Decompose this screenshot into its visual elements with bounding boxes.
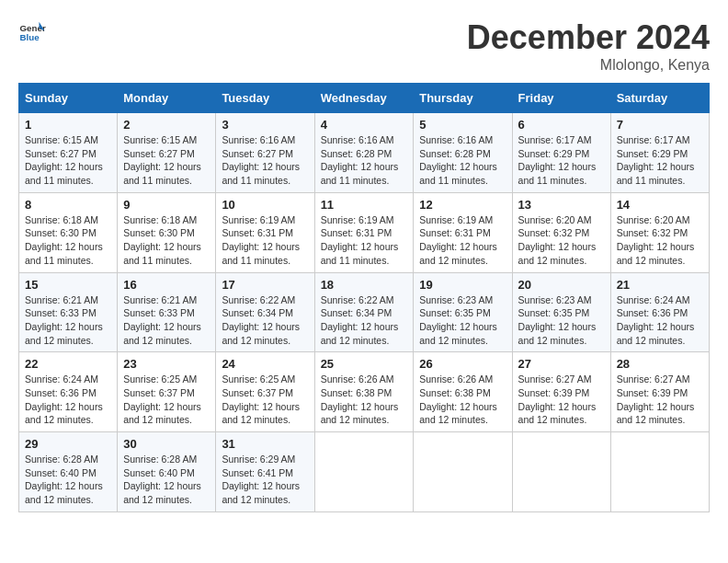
day-number: 31 bbox=[222, 437, 308, 451]
calendar-cell: 11 Sunrise: 6:19 AM Sunset: 6:31 PM Dayl… bbox=[314, 192, 414, 272]
day-info: Sunrise: 6:15 AM Sunset: 6:27 PM Dayligh… bbox=[25, 133, 111, 188]
day-info: Sunrise: 6:16 AM Sunset: 6:28 PM Dayligh… bbox=[321, 133, 408, 188]
day-info: Sunrise: 6:19 AM Sunset: 6:31 PM Dayligh… bbox=[419, 213, 506, 268]
day-info: Sunrise: 6:24 AM Sunset: 6:36 PM Dayligh… bbox=[25, 373, 111, 427]
calendar-cell: 6 Sunrise: 6:17 AM Sunset: 6:29 PM Dayli… bbox=[512, 113, 610, 193]
calendar-cell: 26 Sunrise: 6:26 AM Sunset: 6:38 PM Dayl… bbox=[414, 352, 512, 432]
day-info: Sunrise: 6:16 AM Sunset: 6:27 PM Dayligh… bbox=[222, 133, 308, 188]
page-header: General Blue December 2024 Mlolongo, Ken… bbox=[18, 18, 710, 74]
calendar-cell: 17 Sunrise: 6:22 AM Sunset: 6:34 PM Dayl… bbox=[216, 272, 314, 352]
day-info: Sunrise: 6:28 AM Sunset: 6:40 PM Dayligh… bbox=[123, 453, 210, 507]
svg-text:Blue: Blue bbox=[20, 32, 40, 42]
day-number: 18 bbox=[321, 278, 408, 292]
day-number: 4 bbox=[321, 118, 408, 132]
calendar-cell: 12 Sunrise: 6:19 AM Sunset: 6:31 PM Dayl… bbox=[414, 192, 512, 272]
day-number: 27 bbox=[518, 357, 605, 371]
col-friday: Friday bbox=[512, 84, 610, 113]
day-info: Sunrise: 6:23 AM Sunset: 6:35 PM Dayligh… bbox=[518, 293, 605, 348]
day-number: 11 bbox=[321, 198, 408, 212]
calendar-cell: 15 Sunrise: 6:21 AM Sunset: 6:33 PM Dayl… bbox=[19, 272, 118, 352]
day-info: Sunrise: 6:24 AM Sunset: 6:36 PM Dayligh… bbox=[617, 293, 703, 348]
day-info: Sunrise: 6:17 AM Sunset: 6:29 PM Dayligh… bbox=[518, 133, 605, 188]
calendar-cell bbox=[512, 432, 610, 512]
calendar-cell: 22 Sunrise: 6:24 AM Sunset: 6:36 PM Dayl… bbox=[19, 352, 118, 432]
day-number: 13 bbox=[518, 198, 605, 212]
day-info: Sunrise: 6:20 AM Sunset: 6:32 PM Dayligh… bbox=[518, 213, 605, 268]
day-info: Sunrise: 6:26 AM Sunset: 6:38 PM Dayligh… bbox=[419, 373, 506, 427]
day-info: Sunrise: 6:16 AM Sunset: 6:28 PM Dayligh… bbox=[419, 133, 506, 188]
calendar-cell: 23 Sunrise: 6:25 AM Sunset: 6:37 PM Dayl… bbox=[118, 352, 216, 432]
calendar-cell: 30 Sunrise: 6:28 AM Sunset: 6:40 PM Dayl… bbox=[118, 432, 216, 512]
logo-icon: General Blue bbox=[18, 18, 46, 46]
day-number: 16 bbox=[123, 278, 210, 292]
calendar-cell: 10 Sunrise: 6:19 AM Sunset: 6:31 PM Dayl… bbox=[216, 192, 314, 272]
day-number: 25 bbox=[321, 357, 408, 371]
calendar-cell: 18 Sunrise: 6:22 AM Sunset: 6:34 PM Dayl… bbox=[314, 272, 414, 352]
calendar-cell: 7 Sunrise: 6:17 AM Sunset: 6:29 PM Dayli… bbox=[610, 113, 709, 193]
day-number: 22 bbox=[25, 357, 111, 371]
col-tuesday: Tuesday bbox=[216, 84, 314, 113]
calendar-cell bbox=[314, 432, 414, 512]
day-number: 7 bbox=[617, 118, 703, 132]
day-info: Sunrise: 6:26 AM Sunset: 6:38 PM Dayligh… bbox=[321, 373, 408, 427]
day-number: 26 bbox=[419, 357, 506, 371]
day-info: Sunrise: 6:25 AM Sunset: 6:37 PM Dayligh… bbox=[222, 373, 308, 427]
day-number: 10 bbox=[222, 198, 308, 212]
col-sunday: Sunday bbox=[19, 84, 118, 113]
day-number: 29 bbox=[25, 437, 111, 451]
calendar-cell: 27 Sunrise: 6:27 AM Sunset: 6:39 PM Dayl… bbox=[512, 352, 610, 432]
day-number: 28 bbox=[617, 357, 703, 371]
calendar-week-row: 1 Sunrise: 6:15 AM Sunset: 6:27 PM Dayli… bbox=[19, 113, 710, 193]
calendar-cell: 5 Sunrise: 6:16 AM Sunset: 6:28 PM Dayli… bbox=[414, 113, 512, 193]
calendar-table: Sunday Monday Tuesday Wednesday Thursday… bbox=[18, 83, 710, 512]
day-number: 19 bbox=[419, 278, 506, 292]
day-info: Sunrise: 6:20 AM Sunset: 6:32 PM Dayligh… bbox=[617, 213, 703, 268]
day-info: Sunrise: 6:27 AM Sunset: 6:39 PM Dayligh… bbox=[518, 373, 605, 427]
calendar-cell: 19 Sunrise: 6:23 AM Sunset: 6:35 PM Dayl… bbox=[414, 272, 512, 352]
calendar-cell: 8 Sunrise: 6:18 AM Sunset: 6:30 PM Dayli… bbox=[19, 192, 118, 272]
calendar-cell: 25 Sunrise: 6:26 AM Sunset: 6:38 PM Dayl… bbox=[314, 352, 414, 432]
day-number: 30 bbox=[123, 437, 210, 451]
day-number: 9 bbox=[123, 198, 210, 212]
day-info: Sunrise: 6:15 AM Sunset: 6:27 PM Dayligh… bbox=[123, 133, 210, 188]
calendar-cell: 1 Sunrise: 6:15 AM Sunset: 6:27 PM Dayli… bbox=[19, 113, 118, 193]
calendar-cell: 14 Sunrise: 6:20 AM Sunset: 6:32 PM Dayl… bbox=[610, 192, 709, 272]
day-number: 15 bbox=[25, 278, 111, 292]
day-info: Sunrise: 6:28 AM Sunset: 6:40 PM Dayligh… bbox=[25, 453, 111, 507]
calendar-week-row: 22 Sunrise: 6:24 AM Sunset: 6:36 PM Dayl… bbox=[19, 352, 710, 432]
day-info: Sunrise: 6:27 AM Sunset: 6:39 PM Dayligh… bbox=[617, 373, 703, 427]
day-info: Sunrise: 6:22 AM Sunset: 6:34 PM Dayligh… bbox=[321, 293, 408, 348]
day-number: 14 bbox=[617, 198, 703, 212]
col-wednesday: Wednesday bbox=[314, 84, 414, 113]
calendar-cell: 28 Sunrise: 6:27 AM Sunset: 6:39 PM Dayl… bbox=[610, 352, 709, 432]
calendar-header-row: Sunday Monday Tuesday Wednesday Thursday… bbox=[19, 84, 710, 113]
day-number: 21 bbox=[617, 278, 703, 292]
day-number: 23 bbox=[123, 357, 210, 371]
calendar-cell bbox=[610, 432, 709, 512]
day-info: Sunrise: 6:29 AM Sunset: 6:41 PM Dayligh… bbox=[222, 453, 308, 507]
calendar-cell bbox=[414, 432, 512, 512]
day-number: 24 bbox=[222, 357, 308, 371]
day-info: Sunrise: 6:23 AM Sunset: 6:35 PM Dayligh… bbox=[419, 293, 506, 348]
day-number: 6 bbox=[518, 118, 605, 132]
day-info: Sunrise: 6:18 AM Sunset: 6:30 PM Dayligh… bbox=[123, 213, 210, 268]
day-number: 2 bbox=[123, 118, 210, 132]
col-thursday: Thursday bbox=[414, 84, 512, 113]
day-info: Sunrise: 6:18 AM Sunset: 6:30 PM Dayligh… bbox=[25, 213, 111, 268]
day-info: Sunrise: 6:19 AM Sunset: 6:31 PM Dayligh… bbox=[222, 213, 308, 268]
calendar-cell: 21 Sunrise: 6:24 AM Sunset: 6:36 PM Dayl… bbox=[610, 272, 709, 352]
calendar-cell: 2 Sunrise: 6:15 AM Sunset: 6:27 PM Dayli… bbox=[118, 113, 216, 193]
calendar-cell: 24 Sunrise: 6:25 AM Sunset: 6:37 PM Dayl… bbox=[216, 352, 314, 432]
day-number: 1 bbox=[25, 118, 111, 132]
calendar-cell: 20 Sunrise: 6:23 AM Sunset: 6:35 PM Dayl… bbox=[512, 272, 610, 352]
calendar-cell: 9 Sunrise: 6:18 AM Sunset: 6:30 PM Dayli… bbox=[118, 192, 216, 272]
month-title: December 2024 bbox=[467, 18, 710, 57]
title-block: December 2024 Mlolongo, Kenya bbox=[467, 18, 710, 74]
day-number: 5 bbox=[419, 118, 506, 132]
calendar-cell: 13 Sunrise: 6:20 AM Sunset: 6:32 PM Dayl… bbox=[512, 192, 610, 272]
day-info: Sunrise: 6:19 AM Sunset: 6:31 PM Dayligh… bbox=[321, 213, 408, 268]
day-number: 20 bbox=[518, 278, 605, 292]
col-monday: Monday bbox=[118, 84, 216, 113]
logo: General Blue bbox=[18, 18, 46, 46]
day-number: 3 bbox=[222, 118, 308, 132]
